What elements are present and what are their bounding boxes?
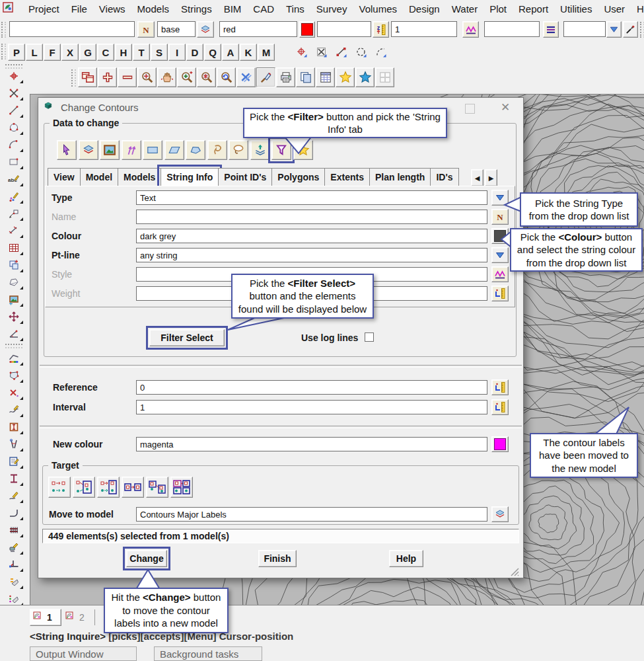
snap-circle-button[interactable] [353, 44, 369, 60]
colour-swatch-button[interactable] [299, 21, 315, 38]
menu-views[interactable]: Views [93, 0, 131, 19]
style-list-button[interactable] [491, 266, 509, 282]
menu-help[interactable]: Help [631, 0, 644, 19]
toolbar-grip[interactable] [1, 44, 6, 59]
mode-button-P[interactable]: P [8, 44, 25, 61]
zoom-minus-button[interactable] [118, 67, 137, 87]
mode-button-I[interactable]: I [168, 44, 186, 61]
models-merge-button[interactable] [170, 477, 193, 498]
view-tab-2[interactable]: 2 [63, 609, 92, 626]
mode-button-C[interactable]: C [97, 44, 114, 61]
snap-arc-button[interactable] [373, 44, 389, 60]
menu-user[interactable]: User [598, 0, 631, 19]
toolbar-grip[interactable] [1, 22, 6, 38]
pick-arrow-button[interactable] [57, 140, 77, 160]
dropdown-button[interactable] [606, 21, 622, 38]
colour-line-tool[interactable] [4, 350, 24, 366]
move-to-model-input[interactable] [136, 507, 487, 522]
cross-point-tool[interactable] [4, 85, 24, 101]
snap-cross-button[interactable] [314, 44, 330, 60]
new-colour-picker-button[interactable] [491, 436, 509, 452]
lasso-button[interactable] [207, 140, 227, 160]
tab-polygons[interactable]: Polygons [271, 168, 325, 186]
pencil-tool[interactable] [4, 488, 24, 504]
favourite-star-button[interactable] [293, 140, 313, 160]
weight-list-button[interactable] [491, 286, 509, 301]
mesh-tool[interactable] [4, 574, 24, 590]
close-button[interactable]: ✕ [497, 100, 514, 116]
tab-plan-length[interactable]: Plan length [369, 168, 431, 186]
rectangle-tool[interactable] [4, 154, 24, 170]
z-ruler-button[interactable]: z [373, 21, 389, 38]
help-button[interactable]: Help [389, 550, 423, 567]
output-window-button[interactable]: Output Window [30, 646, 137, 661]
pan-hand-button[interactable] [157, 67, 176, 87]
model-list-button[interactable] [197, 21, 214, 38]
name-input[interactable] [136, 210, 487, 224]
weight-input[interactable] [391, 21, 457, 37]
cad-text-input[interactable] [9, 21, 135, 37]
toolbar-grip[interactable] [640, 22, 644, 38]
mode-button-L[interactable]: L [26, 44, 43, 61]
name-button[interactable]: N [137, 21, 155, 38]
tab-id-s[interactable]: ID's [430, 168, 458, 186]
menu-survey[interactable]: Survey [310, 0, 353, 19]
tab-view[interactable]: View [48, 168, 81, 186]
ties-tool[interactable] [4, 522, 24, 538]
colour-value-input[interactable] [136, 229, 487, 243]
mode-button-S[interactable]: S [151, 44, 168, 61]
toolbar-grip[interactable] [5, 344, 22, 348]
roller-tool[interactable] [4, 539, 24, 555]
point-box-tool[interactable] [4, 206, 24, 221]
move-model-list-button[interactable] [491, 506, 509, 522]
menu-cad[interactable]: CAD [247, 0, 280, 19]
tabs-scroll-right[interactable]: ▶ [485, 169, 497, 186]
mode-button-F[interactable]: F [44, 44, 61, 61]
polygon-tool[interactable] [4, 274, 24, 290]
sketch-tool[interactable] [4, 402, 24, 418]
point-tool[interactable] [4, 68, 24, 84]
menu-report[interactable]: Report [513, 0, 554, 19]
menu-file[interactable]: File [65, 0, 93, 19]
window-para-button[interactable] [164, 140, 184, 160]
delete-views-button[interactable] [236, 67, 256, 87]
mode-button-H[interactable]: H [115, 44, 132, 61]
tabs-scroll-left[interactable]: ◀ [471, 169, 483, 186]
view-tab-1[interactable]: 1 [30, 609, 61, 626]
pick-arrows-button[interactable] [122, 140, 141, 160]
lasso-loop-button[interactable] [229, 140, 248, 160]
mode-button-X[interactable]: X [61, 44, 79, 61]
maximize-button[interactable] [465, 104, 475, 114]
image-tool[interactable] [4, 292, 24, 307]
colour-picker-button[interactable] [491, 228, 509, 244]
slope-tool[interactable] [4, 326, 24, 342]
mode-button-D[interactable]: D [186, 44, 203, 61]
tab-models[interactable]: Models [118, 168, 161, 186]
move-string-model-button[interactable] [73, 477, 95, 498]
corner-tool[interactable] [4, 505, 24, 521]
favourites-star-button[interactable] [336, 67, 355, 87]
menu-water[interactable]: Water [446, 0, 483, 19]
resize-grip[interactable] [510, 567, 519, 576]
colour-input[interactable] [219, 21, 297, 37]
copy-shape-tool[interactable] [4, 257, 24, 273]
delete-tool[interactable] [4, 385, 24, 401]
zoom-all-button[interactable] [197, 67, 216, 87]
move-strings-model-button[interactable] [97, 477, 120, 498]
windows-layout-button[interactable] [78, 67, 97, 87]
mode-button-A[interactable]: A [222, 44, 239, 61]
type-dropdown-button[interactable] [491, 190, 509, 206]
reference-calc-button[interactable] [491, 379, 509, 395]
junction-tool[interactable] [4, 557, 24, 572]
background-tasks-button[interactable]: Background tasks [154, 646, 262, 661]
tinability-input[interactable] [563, 21, 606, 37]
snap-point-button[interactable] [294, 44, 310, 60]
textbox-tool[interactable] [4, 419, 24, 435]
text-tool[interactable]: abc [4, 171, 24, 187]
app-logo-icon[interactable] [3, 2, 17, 17]
style-input[interactable] [484, 21, 540, 37]
tab-model[interactable]: Model [80, 168, 118, 186]
interval-calc-button[interactable] [491, 399, 509, 415]
use-log-lines-checkbox[interactable] [365, 332, 374, 342]
zoom-previous-button[interactable] [217, 67, 236, 87]
